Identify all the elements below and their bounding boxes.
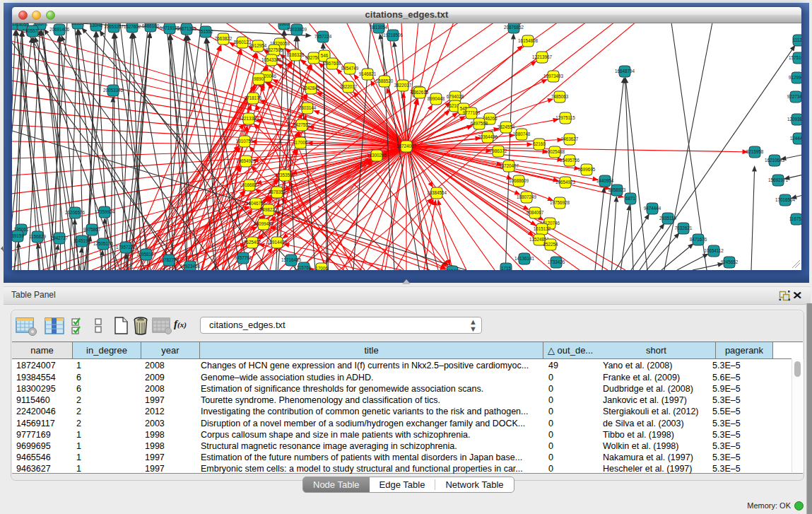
svg-text:17957223: 17957223 — [116, 245, 136, 250]
svg-text:9115460: 9115460 — [444, 269, 461, 270]
svg-text:19654923: 19654923 — [555, 180, 576, 185]
svg-text:15692971: 15692971 — [768, 177, 789, 182]
svg-text:9699695: 9699695 — [578, 167, 596, 172]
svg-text:10654112: 10654112 — [704, 248, 724, 253]
svg-text:14055714: 14055714 — [23, 28, 43, 33]
svg-text:1010755: 1010755 — [236, 139, 254, 144]
svg-text:12505135: 12505135 — [93, 241, 114, 246]
svg-text:7485063: 7485063 — [551, 94, 569, 99]
svg-text:12213389: 12213389 — [239, 116, 259, 121]
svg-text:1440954: 1440954 — [596, 178, 614, 183]
svg-text:8427552: 8427552 — [293, 122, 311, 127]
svg-text:39159: 39159 — [12, 233, 24, 238]
svg-text:12923468: 12923468 — [180, 264, 201, 269]
svg-text:2935114: 2935114 — [659, 216, 677, 221]
svg-text:16648794: 16648794 — [615, 69, 635, 74]
svg-text:19756928: 19756928 — [550, 200, 570, 205]
svg-text:7663822: 7663822 — [215, 36, 233, 41]
svg-text:1080748: 1080748 — [513, 132, 531, 136]
svg-text:7632621: 7632621 — [675, 226, 693, 230]
svg-text:8215958: 8215958 — [746, 149, 764, 154]
svg-text:3822037: 3822037 — [394, 83, 412, 88]
svg-text:62160: 62160 — [533, 141, 546, 146]
svg-text:2867608: 2867608 — [324, 61, 341, 66]
svg-text:15751074: 15751074 — [789, 55, 801, 60]
svg-text:10653267: 10653267 — [104, 24, 124, 29]
svg-text:20691406: 20691406 — [49, 27, 70, 32]
svg-text:19218506: 19218506 — [383, 33, 404, 37]
svg-text:7986372: 7986372 — [490, 148, 507, 153]
svg-text:6871: 6871 — [625, 196, 636, 201]
svg-text:17006: 17006 — [315, 266, 328, 270]
svg-text:8912954: 8912954 — [249, 43, 267, 48]
svg-text:8471676: 8471676 — [690, 237, 707, 242]
svg-text:17359924: 17359924 — [95, 209, 115, 214]
svg-text:10958107: 10958107 — [136, 252, 157, 257]
svg-text:20053346: 20053346 — [103, 88, 124, 93]
svg-text:18300295: 18300295 — [367, 153, 387, 158]
svg-text:3822037: 3822037 — [340, 84, 358, 89]
svg-text:116753: 116753 — [789, 216, 801, 221]
svg-text:1156829: 1156829 — [29, 234, 47, 239]
svg-text:17016504: 17016504 — [775, 197, 796, 202]
svg-text:15495756: 15495756 — [560, 158, 580, 163]
svg-text:1244419: 1244419 — [790, 136, 801, 141]
svg-text:10973493: 10973493 — [543, 74, 564, 78]
svg-text:18807249: 18807249 — [517, 194, 537, 199]
svg-text:15716485: 15716485 — [281, 257, 302, 262]
svg-text:12213967: 12213967 — [532, 54, 553, 59]
svg-text:1615132: 1615132 — [534, 226, 551, 231]
svg-text:9457791: 9457791 — [235, 255, 252, 260]
svg-text:8878352: 8878352 — [269, 189, 286, 194]
svg-text:15720407: 15720407 — [499, 163, 519, 168]
svg-text:130He: 130He — [90, 23, 103, 28]
svg-text:16671385: 16671385 — [177, 26, 197, 31]
svg-text:9463627: 9463627 — [561, 136, 579, 141]
svg-text:9327505: 9327505 — [266, 47, 283, 52]
svg-text:11124: 11124 — [793, 37, 801, 42]
svg-text:16914479: 16914479 — [267, 240, 288, 245]
svg-text:10688609: 10688609 — [509, 178, 529, 183]
svg-text:2942737: 2942737 — [51, 235, 69, 240]
svg-text:19166827: 19166827 — [240, 182, 260, 187]
svg-text:16046755: 16046755 — [246, 201, 266, 206]
svg-text:8454749: 8454749 — [341, 66, 359, 71]
svg-text:19384554: 19384554 — [427, 190, 447, 195]
svg-text:12093822: 12093822 — [787, 117, 801, 122]
svg-text:9242845: 9242845 — [302, 86, 320, 90]
svg-text:751552: 751552 — [198, 29, 213, 34]
svg-text:8813054: 8813054 — [370, 25, 388, 30]
svg-text:14136141: 14136141 — [514, 256, 535, 261]
svg-text:7625402: 7625402 — [244, 240, 261, 245]
svg-text:18724007: 18724007 — [396, 144, 417, 148]
svg-text:115769: 115769 — [297, 265, 312, 270]
svg-text:5498222: 5498222 — [260, 207, 278, 212]
svg-text:20876852: 20876852 — [504, 25, 524, 30]
svg-text:12353594: 12353594 — [275, 173, 295, 177]
svg-text:1715: 1715 — [501, 266, 512, 270]
svg-text:7857224: 7857224 — [314, 34, 332, 39]
svg-text:6794028: 6794028 — [447, 94, 464, 99]
svg-text:2803144: 2803144 — [299, 105, 317, 110]
svg-text:6497568: 6497568 — [471, 121, 488, 126]
svg-text:20364436: 20364436 — [478, 134, 498, 139]
svg-text:117006: 117006 — [293, 140, 308, 145]
svg-text:1527602: 1527602 — [124, 24, 141, 29]
svg-text:16782759: 16782759 — [159, 257, 180, 262]
svg-text:19654925: 19654925 — [236, 158, 257, 163]
svg-text:14099489: 14099489 — [254, 221, 274, 226]
svg-text:8958923: 8958923 — [608, 187, 626, 192]
svg-text:12975115: 12975115 — [555, 115, 575, 120]
svg-text:9227342: 9227342 — [787, 94, 801, 99]
svg-text:16543342: 16543342 — [261, 57, 282, 62]
svg-text:1362615: 1362615 — [411, 90, 429, 95]
svg-text:1145194: 1145194 — [73, 238, 91, 243]
svg-text:16154808: 16154808 — [518, 38, 539, 43]
svg-text:9890: 9890 — [254, 76, 264, 81]
svg-text:546: 546 — [321, 53, 329, 58]
svg-text:9777169: 9777169 — [463, 110, 481, 115]
svg-text:3824554: 3824554 — [498, 124, 515, 129]
svg-text:9146821: 9146821 — [359, 71, 377, 76]
svg-text:9129966: 9129966 — [789, 75, 801, 80]
svg-text:252254: 252254 — [543, 242, 558, 247]
